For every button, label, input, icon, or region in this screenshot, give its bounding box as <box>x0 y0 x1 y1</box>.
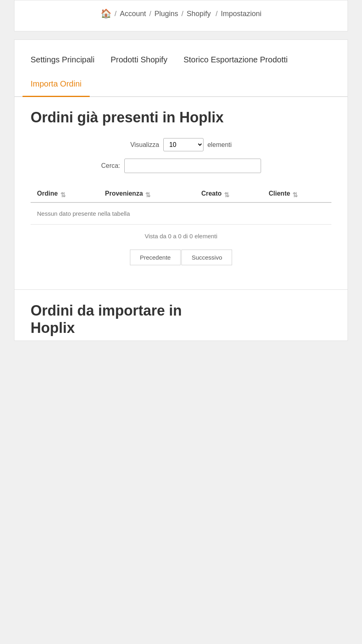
sort-icon-creato: ⇅ <box>224 193 229 197</box>
orders-table: Ordine ⇅ Provenienza ⇅ C <box>31 185 331 224</box>
breadcrumb-account[interactable]: Account <box>120 10 146 18</box>
breadcrumb-card: 🏠 / Account / Plugins / Shopify / Impost… <box>14 0 348 31</box>
col-cliente[interactable]: Cliente ⇅ <box>262 185 331 202</box>
search-input[interactable] <box>124 159 261 173</box>
pagination-buttons: Precedente Successivo <box>31 244 331 273</box>
tab-importa-ordini[interactable]: Importa Ordini <box>23 72 90 97</box>
separator-2: / <box>149 10 151 18</box>
tab-prodotti-shopify[interactable]: Prodotti Shopify <box>103 48 175 73</box>
breadcrumb-impostazioni[interactable]: Impostazioni <box>221 10 261 18</box>
cerca-label: Cerca: <box>101 162 120 169</box>
items-per-page-select[interactable]: 10 25 50 100 <box>163 138 204 151</box>
search-row: Cerca: <box>31 159 331 173</box>
section1-title: Ordini già presenti in Hoplix <box>31 109 331 126</box>
btn-successivo[interactable]: Successivo <box>181 250 232 265</box>
empty-message: Nessun dato presente nella tabella <box>31 202 331 224</box>
tab-storico-esportazione[interactable]: Storico Esportazione Prodotti <box>175 48 296 73</box>
col-creato[interactable]: Creato ⇅ <box>195 185 262 202</box>
sort-icon-ordine: ⇅ <box>60 193 66 197</box>
btn-precedente[interactable]: Precedente <box>130 250 181 265</box>
sort-icon-cliente: ⇅ <box>292 193 298 197</box>
elementi-label: elementi <box>208 141 232 149</box>
section1-content: Ordini già presenti in Hoplix Visualizza… <box>14 97 348 289</box>
separator-1: / <box>115 10 117 18</box>
page-wrapper: 🏠 / Account / Plugins / Shopify / Impost… <box>0 0 362 341</box>
breadcrumb: 🏠 / Account / Plugins / Shopify / Impost… <box>27 8 335 19</box>
section2-title: Ordini da importare inHoplix <box>14 290 348 341</box>
main-card: Settings Principali Prodotti Shopify Sto… <box>14 39 348 341</box>
separator-4: / <box>216 10 218 18</box>
pagination-info: Vista da 0 a 0 di 0 elementi <box>31 224 331 244</box>
visualizza-row: Visualizza 10 25 50 100 elementi <box>31 138 331 151</box>
separator-3: / <box>181 10 183 18</box>
breadcrumb-plugins[interactable]: Plugins <box>154 10 178 18</box>
home-icon[interactable]: 🏠 <box>101 8 111 19</box>
tab-settings-principali[interactable]: Settings Principali <box>23 48 103 73</box>
visualizza-label: Visualizza <box>130 141 159 149</box>
tabs-container: Settings Principali Prodotti Shopify Sto… <box>14 40 348 97</box>
col-provenienza[interactable]: Provenienza ⇅ <box>99 185 195 202</box>
col-ordine[interactable]: Ordine ⇅ <box>31 185 99 202</box>
sort-icon-provenienza: ⇅ <box>145 193 150 197</box>
empty-row: Nessun dato presente nella tabella <box>31 202 331 224</box>
breadcrumb-shopify[interactable]: Shopify <box>187 10 211 18</box>
